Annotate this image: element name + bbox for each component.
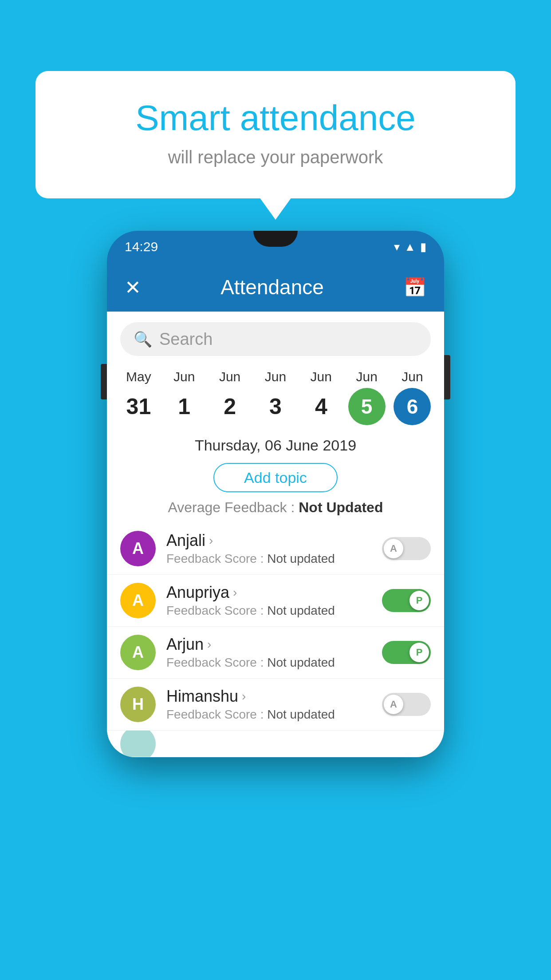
student-item-anjali[interactable]: A Anjali › Feedback Score : Not updated … bbox=[107, 523, 444, 575]
notch bbox=[253, 231, 298, 247]
student-item-arjun[interactable]: A Arjun › Feedback Score : Not updated P bbox=[107, 627, 444, 679]
student-item-himanshu[interactable]: H Himanshu › Feedback Score : Not update… bbox=[107, 679, 444, 731]
toggle-arjun[interactable]: P bbox=[382, 641, 431, 664]
toggle-knob-anupriya: P bbox=[409, 591, 429, 610]
phone-wrapper: 14:29 ▾ ▲ ▮ ✕ Attendance 📅 🔍 Search Ma bbox=[107, 231, 444, 757]
search-icon: 🔍 bbox=[134, 330, 152, 348]
toggle-knob-arjun: P bbox=[409, 643, 429, 662]
phone-frame: 14:29 ▾ ▲ ▮ ✕ Attendance 📅 🔍 Search Ma bbox=[107, 231, 444, 757]
cal-day-3[interactable]: Jun 3 bbox=[257, 369, 294, 425]
avatar-arjun: A bbox=[120, 635, 156, 670]
toggle-anupriya[interactable]: P bbox=[382, 589, 431, 612]
battery-icon: ▮ bbox=[420, 240, 426, 254]
cal-month-5: Jun bbox=[356, 369, 377, 384]
chevron-icon-anupriya: › bbox=[233, 585, 237, 600]
selected-date: Thursday, 06 June 2019 bbox=[107, 430, 444, 458]
toggle-switch-arjun[interactable]: P bbox=[382, 641, 431, 664]
app-content: 🔍 Search May 31 Jun 1 Jun 2 Jun bbox=[107, 312, 444, 757]
toggle-knob-himanshu: A bbox=[384, 695, 403, 714]
student-item-partial bbox=[107, 731, 444, 757]
student-info-anupriya: Anupriya › Feedback Score : Not updated bbox=[166, 583, 371, 618]
search-placeholder: Search bbox=[159, 330, 213, 349]
student-name-himanshu: Himanshu › bbox=[166, 687, 371, 706]
status-time: 14:29 bbox=[125, 239, 158, 254]
student-info-arjun: Arjun › Feedback Score : Not updated bbox=[166, 635, 371, 670]
toggle-himanshu[interactable]: A bbox=[382, 693, 431, 716]
chevron-icon-arjun: › bbox=[207, 637, 211, 652]
cal-day-2[interactable]: Jun 2 bbox=[211, 369, 248, 425]
cal-day-1[interactable]: Jun 1 bbox=[165, 369, 203, 425]
add-topic-label: Add topic bbox=[244, 469, 307, 486]
avatar-himanshu: H bbox=[120, 687, 156, 722]
cal-month-1: Jun bbox=[173, 369, 195, 384]
volume-button bbox=[101, 364, 107, 399]
cal-month-4: Jun bbox=[311, 369, 332, 384]
app-header: ✕ Attendance 📅 bbox=[107, 263, 444, 312]
cal-month-6: Jun bbox=[401, 369, 423, 384]
calendar-row: May 31 Jun 1 Jun 2 Jun 3 Jun 4 bbox=[107, 360, 444, 430]
cal-day-4[interactable]: Jun 4 bbox=[303, 369, 340, 425]
student-list: A Anjali › Feedback Score : Not updated … bbox=[107, 523, 444, 757]
feedback-anjali: Feedback Score : Not updated bbox=[166, 552, 371, 566]
cal-day-0[interactable]: May 31 bbox=[120, 369, 157, 425]
student-name-anupriya: Anupriya › bbox=[166, 583, 371, 602]
cal-date-3: 3 bbox=[257, 388, 294, 425]
cal-month-3: Jun bbox=[265, 369, 286, 384]
toggle-knob-anjali: A bbox=[384, 539, 403, 558]
cal-date-2: 2 bbox=[211, 388, 248, 425]
student-info-himanshu: Himanshu › Feedback Score : Not updated bbox=[166, 687, 371, 722]
feedback-himanshu: Feedback Score : Not updated bbox=[166, 707, 371, 722]
search-bar[interactable]: 🔍 Search bbox=[120, 322, 431, 356]
avg-feedback: Average Feedback : Not Updated bbox=[107, 499, 444, 516]
avg-feedback-label: Average Feedback : bbox=[168, 499, 299, 515]
cal-month-2: Jun bbox=[219, 369, 240, 384]
speech-bubble: Smart attendance will replace your paper… bbox=[35, 71, 516, 198]
student-name-arjun: Arjun › bbox=[166, 635, 371, 654]
speech-bubble-subtitle: will replace your paperwork bbox=[71, 147, 480, 167]
cal-day-6[interactable]: Jun 6 bbox=[394, 369, 431, 425]
cal-date-5: 5 bbox=[348, 388, 386, 425]
avatar-anupriya: A bbox=[120, 583, 156, 618]
status-bar: 14:29 ▾ ▲ ▮ bbox=[107, 231, 444, 263]
add-topic-button[interactable]: Add topic bbox=[213, 463, 338, 492]
header-title: Attendance bbox=[220, 275, 324, 299]
student-name-anjali: Anjali › bbox=[166, 531, 371, 550]
speech-bubble-container: Smart attendance will replace your paper… bbox=[35, 71, 516, 198]
chevron-icon-anjali: › bbox=[209, 533, 213, 548]
cal-date-6: 6 bbox=[394, 388, 431, 425]
speech-bubble-title: Smart attendance bbox=[71, 98, 480, 138]
status-icons: ▾ ▲ ▮ bbox=[394, 240, 426, 254]
feedback-arjun: Feedback Score : Not updated bbox=[166, 656, 371, 670]
chevron-icon-himanshu: › bbox=[242, 689, 246, 703]
student-item-anupriya[interactable]: A Anupriya › Feedback Score : Not update… bbox=[107, 575, 444, 627]
cal-date-0: 31 bbox=[120, 388, 157, 425]
toggle-switch-anjali[interactable]: A bbox=[382, 537, 431, 560]
wifi-icon: ▾ bbox=[394, 240, 400, 254]
cal-day-5[interactable]: Jun 5 bbox=[348, 369, 386, 425]
cal-date-4: 4 bbox=[303, 388, 340, 425]
toggle-anjali[interactable]: A bbox=[382, 537, 431, 560]
cal-month-0: May bbox=[126, 369, 151, 384]
feedback-anupriya: Feedback Score : Not updated bbox=[166, 604, 371, 618]
signal-icon: ▲ bbox=[404, 240, 416, 254]
cal-date-1: 1 bbox=[165, 388, 203, 425]
avg-feedback-value: Not Updated bbox=[299, 499, 383, 515]
power-button bbox=[444, 355, 450, 399]
avatar-partial bbox=[120, 731, 156, 757]
close-icon[interactable]: ✕ bbox=[125, 276, 141, 299]
avatar-anjali: A bbox=[120, 531, 156, 566]
student-info-anjali: Anjali › Feedback Score : Not updated bbox=[166, 531, 371, 566]
toggle-switch-anupriya[interactable]: P bbox=[382, 589, 431, 612]
toggle-switch-himanshu[interactable]: A bbox=[382, 693, 431, 716]
calendar-icon[interactable]: 📅 bbox=[403, 277, 426, 298]
